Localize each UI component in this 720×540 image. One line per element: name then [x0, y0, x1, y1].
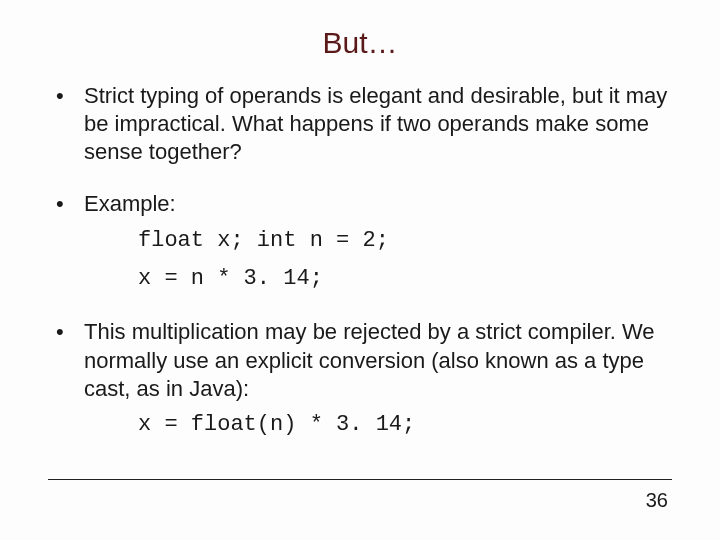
bullet-text: This multiplication may be rejected by a… [84, 319, 655, 400]
bullet-item: Strict typing of operands is elegant and… [48, 82, 672, 166]
page-number: 36 [646, 489, 668, 512]
bullet-text: Strict typing of operands is elegant and… [84, 83, 667, 164]
bullet-item: Example: float x; int n = 2; x = n * 3. … [48, 190, 672, 294]
bullet-list: Strict typing of operands is elegant and… [48, 82, 672, 441]
code-line: x = float(n) * 3. 14; [84, 409, 672, 441]
slide: But… Strict typing of operands is elegan… [0, 0, 720, 540]
code-line: x = n * 3. 14; [84, 263, 672, 295]
bullet-text: Example: [84, 191, 176, 216]
bullet-item: This multiplication may be rejected by a… [48, 318, 672, 440]
footer-rule [48, 479, 672, 480]
code-line: float x; int n = 2; [84, 225, 672, 257]
slide-title: But… [48, 26, 672, 60]
